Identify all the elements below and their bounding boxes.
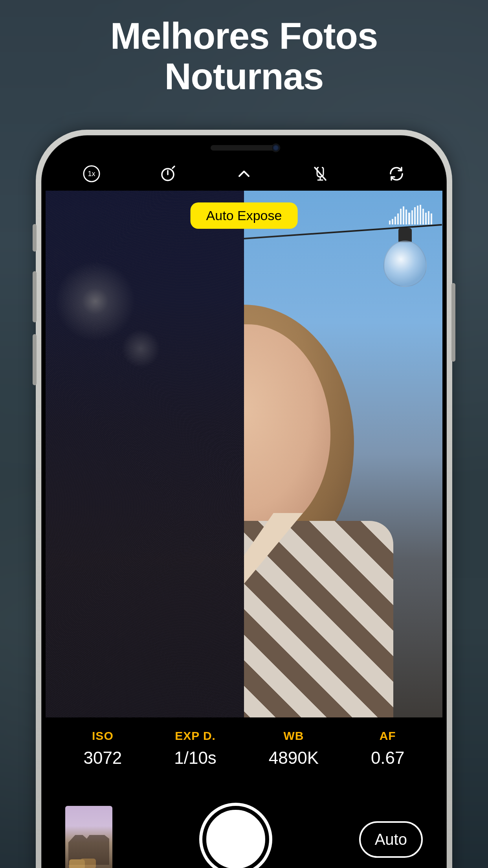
camera-top-toolbar: 1x (42, 160, 446, 188)
phone-volume-up (33, 271, 37, 322)
flash-off-button[interactable] (311, 164, 330, 183)
setting-iso-value: 3072 (83, 748, 122, 768)
setting-exp-label: EXP D. (174, 729, 216, 743)
auto-expose-pill[interactable]: Auto Expose (191, 202, 298, 229)
phone-notch (211, 145, 277, 151)
comparison-before-dim (46, 191, 244, 717)
headline-line2: Noturnas (0, 56, 488, 97)
phone-mockup: 1x (36, 130, 452, 868)
histogram-bar (392, 219, 393, 224)
gallery-thumbnail[interactable] (65, 806, 112, 868)
setting-wb-label: WB (269, 729, 319, 743)
mode-label: Auto (375, 831, 407, 848)
phone-front-camera (272, 143, 280, 152)
histogram-bar (428, 211, 429, 224)
headline-line1: Melhores Fotos (0, 16, 488, 56)
histogram-bar (405, 210, 407, 224)
expand-toolbar-button[interactable] (235, 164, 253, 183)
histogram-bar (431, 213, 432, 224)
switch-camera-button[interactable] (387, 164, 406, 183)
histogram-bar (394, 217, 396, 224)
lightbulb-icon (383, 228, 427, 287)
setting-iso-label: ISO (83, 729, 122, 743)
phone-volume-down (33, 334, 37, 385)
setting-autofocus[interactable]: AF 0.67 (371, 729, 405, 768)
zoom-button[interactable]: 1x (82, 164, 101, 183)
histogram-bar (408, 213, 410, 224)
setting-iso[interactable]: ISO 3072 (83, 729, 122, 768)
auto-expose-label: Auto Expose (206, 208, 282, 223)
marketing-headline: Melhores Fotos Noturnas (0, 16, 488, 97)
setting-af-value: 0.67 (371, 748, 405, 768)
setting-exposure-duration[interactable]: EXP D. 1/10s (174, 729, 216, 768)
camera-viewfinder[interactable]: Auto Expose (46, 191, 442, 717)
viewfinder-scene (46, 191, 442, 717)
phone-screen: 1x (41, 135, 447, 868)
mode-auto-button[interactable]: Auto (359, 821, 423, 858)
histogram-bar (389, 221, 391, 224)
setting-exp-value: 1/10s (174, 748, 216, 768)
histogram-bar (411, 210, 413, 224)
phone-power-button (451, 283, 455, 362)
histogram-bar (403, 206, 404, 224)
setting-white-balance[interactable]: WB 4890K (269, 729, 319, 768)
timer-button[interactable] (158, 164, 177, 183)
histogram-icon[interactable] (389, 205, 432, 224)
histogram-bar (425, 213, 427, 224)
histogram-bar (420, 205, 421, 224)
histogram-bar (414, 207, 416, 224)
setting-af-label: AF (371, 729, 405, 743)
histogram-bar (422, 209, 424, 224)
histogram-bar (400, 209, 402, 224)
shutter-button[interactable] (202, 806, 269, 868)
zoom-label: 1x (88, 170, 95, 178)
camera-settings-row: ISO 3072 EXP D. 1/10s WB 4890K AF 0.67 (42, 729, 446, 768)
phone-silence-switch (33, 224, 37, 252)
histogram-bar (397, 213, 399, 224)
camera-bottom-bar: Auto (42, 800, 446, 868)
setting-wb-value: 4890K (269, 748, 319, 768)
histogram-bar (417, 206, 418, 224)
